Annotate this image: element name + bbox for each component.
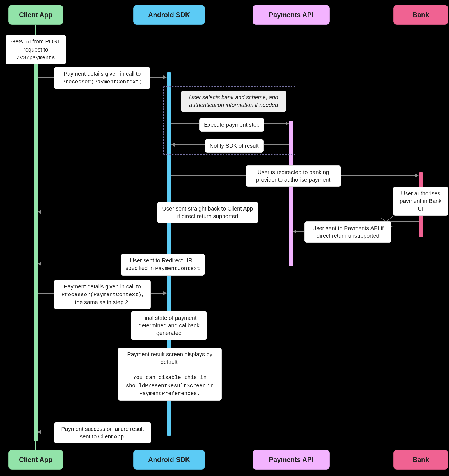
actor-label: Payments API (269, 456, 313, 464)
arrow-head (163, 75, 167, 79)
note-result-screen: Payment result screen displays by defaul… (118, 348, 222, 401)
actor-top-client: Client App (8, 5, 63, 25)
actor-label: Android SDK (148, 456, 190, 464)
actor-top-api: Payments API (253, 5, 330, 25)
actor-label: Bank (413, 11, 429, 19)
arrow-head (415, 174, 419, 177)
arrow-head (286, 122, 289, 126)
note-final-state: Final state of payment determined and ca… (131, 311, 207, 340)
arrow-head (171, 143, 175, 147)
arrow-head (293, 230, 296, 234)
note-gets-id: Gets id from POST request to /v3/payment… (6, 35, 66, 64)
actor-top-bank: Bank (393, 5, 448, 25)
arrow-head (38, 430, 41, 434)
activation-client (34, 35, 38, 441)
actor-top-sdk: Android SDK (133, 5, 205, 25)
note-redirect-bank: User is redirected to banking provider t… (246, 165, 341, 187)
actor-label: Android SDK (148, 11, 190, 19)
lifeline-bank (421, 25, 421, 450)
fork-origin (389, 221, 419, 222)
actor-label: Payments API (269, 11, 313, 19)
note-final-msg: Payment success or failure result sent t… (54, 422, 151, 443)
actor-bottom-sdk: Android SDK (133, 450, 205, 470)
actor-label: Client App (19, 456, 52, 464)
actor-bottom-client: Client App (8, 450, 63, 470)
arrow-head (38, 262, 41, 266)
note-direct-return: User sent straight back to Client App if… (157, 202, 258, 223)
actor-bottom-bank: Bank (393, 450, 448, 470)
actor-label: Bank (413, 456, 429, 464)
note-to-api: User sent to Payments API if direct retu… (304, 221, 391, 243)
note-pay-details-2: Payment details given in call to Process… (54, 280, 151, 309)
note-loop: User selects bank and scheme, and authen… (181, 91, 286, 112)
note-exec: Execute payment step (199, 118, 264, 132)
actor-bottom-api: Payments API (253, 450, 330, 470)
actor-label: Client App (19, 11, 52, 19)
arrow-head (38, 210, 41, 214)
arrow-head (163, 291, 167, 295)
sequence-diagram: Client App Android SDK Payments API Bank… (0, 0, 449, 476)
note-notify: Notify SDK of result (205, 139, 264, 153)
note-pay-details-1: Payment details given in call to Process… (54, 67, 150, 89)
note-auth-bank: User authorises payment in Bank UI (393, 187, 448, 216)
note-redirect-url: User sent to Redirect URL specified in P… (121, 254, 205, 276)
